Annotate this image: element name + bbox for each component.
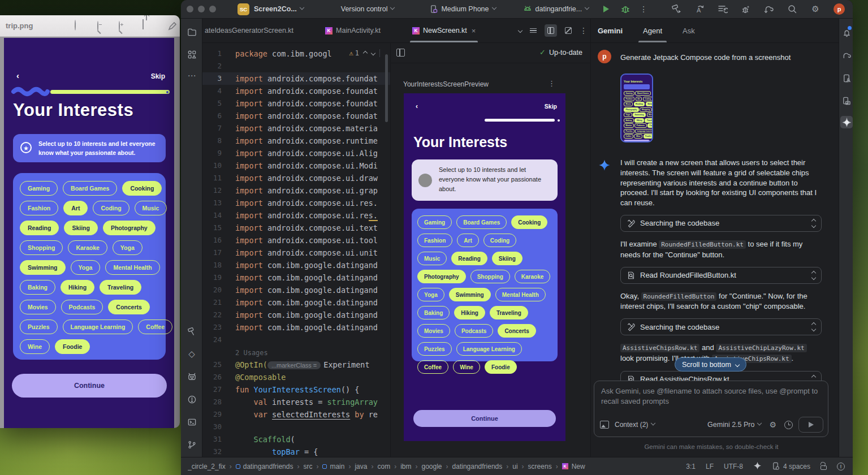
file-writable-icon[interactable] [821, 465, 827, 470]
interest-chip[interactable]: Coding [483, 234, 516, 247]
interest-chip[interactable]: Language Learning [63, 319, 133, 334]
interest-chip[interactable]: Hiking [61, 280, 94, 295]
history-icon[interactable] [784, 421, 793, 429]
next-problem-icon[interactable] [371, 51, 375, 55]
attach-image-icon[interactable] [600, 421, 609, 429]
gemini-settings-gear-icon[interactable]: ⚙ [769, 420, 776, 429]
dependencies-gem-icon[interactable]: ◇ [185, 348, 198, 360]
preview-layout-icon[interactable] [396, 49, 405, 57]
interest-chip[interactable]: Skiing [64, 221, 98, 235]
interest-chip[interactable]: Traveling [645, 118, 653, 123]
build-icon[interactable] [671, 4, 681, 14]
breadcrumb-item[interactable]: _circle_2_fix [188, 463, 226, 470]
interest-chip[interactable]: Baking [417, 306, 450, 319]
breadcrumb-item[interactable]: ui [512, 463, 517, 470]
interest-chip[interactable]: Fashion [624, 97, 634, 101]
interest-chip[interactable]: Board Games [456, 215, 507, 229]
interest-chip[interactable]: Reading [20, 221, 59, 235]
breadcrumb-item[interactable]: com [377, 463, 390, 470]
interest-chip[interactable]: Concerts [647, 123, 653, 128]
interest-chip[interactable]: Art [636, 97, 642, 101]
interest-chip[interactable]: Shopping [640, 107, 652, 112]
run-config-selector[interactable]: datingandfrie... [523, 5, 589, 13]
breadcrumb-item[interactable]: screens [528, 463, 552, 470]
interest-chip[interactable]: Photography [624, 107, 639, 112]
terminal-icon[interactable] [185, 416, 198, 428]
build-tool-icon[interactable] [185, 325, 198, 338]
interest-chip[interactable]: Coffee [624, 134, 633, 139]
run-button[interactable] [603, 6, 609, 12]
interest-chip[interactable]: Art [457, 234, 478, 247]
breadcrumb-item[interactable]: KNew [562, 463, 585, 470]
interest-chip[interactable]: Reading [451, 252, 487, 265]
expand-collapse-icon[interactable] [812, 323, 815, 331]
tool-call-box[interactable]: Read RoundedFilledButton.kt [620, 267, 822, 284]
interest-chip[interactable]: Board Games [635, 91, 651, 96]
device-manager-icon[interactable] [840, 72, 853, 84]
interest-chip[interactable]: Podcasts [634, 123, 646, 128]
interest-chip[interactable]: Foodie [644, 134, 653, 139]
markup-icon[interactable] [167, 21, 179, 32]
local-history-icon[interactable] [718, 4, 728, 14]
zoom-window-button[interactable] [209, 6, 216, 12]
interest-chip[interactable]: Concerts [498, 324, 536, 338]
tab-newscreen[interactable]: K NewScreen.kt × [407, 19, 481, 42]
interest-chip[interactable]: Puzzles [417, 342, 452, 356]
editor-options-icon[interactable]: ⋮ [580, 26, 588, 35]
resource-manager-icon[interactable] [185, 48, 198, 61]
breadcrumb-item[interactable]: datingandfriends [452, 463, 503, 470]
more-actions-icon[interactable]: ⋮ [640, 5, 647, 14]
interest-chip[interactable]: Yoga [624, 113, 632, 117]
profiler-icon[interactable] [741, 4, 751, 14]
interest-chip[interactable]: Shopping [470, 270, 510, 283]
interest-chip[interactable]: Wine [20, 339, 50, 354]
model-selector[interactable]: Gemini 2.5 Pro [707, 421, 761, 429]
interest-chip[interactable]: Cooking [652, 91, 653, 96]
interest-chip[interactable]: Movies [417, 324, 450, 338]
user-avatar[interactable]: p [834, 3, 845, 15]
problems-icon[interactable] [185, 393, 198, 405]
minimize-window-button[interactable] [198, 6, 205, 12]
interest-chip[interactable]: Baking [624, 118, 634, 123]
interest-chip[interactable]: Baking [20, 280, 55, 295]
breadcrumb-item[interactable]: src [303, 463, 312, 470]
attached-screenshot-thumbnail[interactable]: Your Interests GamingBoard GamesCookingF… [620, 74, 653, 142]
gemini-tool-icon[interactable] [840, 116, 853, 128]
interest-chip[interactable]: Foodie [55, 339, 90, 354]
interest-chip[interactable]: Reading [634, 102, 645, 106]
interest-chip[interactable]: Photography [417, 270, 466, 283]
editor-list-icon[interactable] [530, 27, 537, 34]
interest-chip[interactable]: Traveling [100, 280, 141, 295]
search-everywhere-icon[interactable] [787, 4, 797, 14]
interest-chip[interactable]: Music [135, 201, 167, 215]
interest-chip[interactable]: Gaming [417, 215, 452, 229]
interest-chip[interactable]: Puzzles [20, 319, 58, 334]
interest-chip[interactable]: Karaoke [68, 240, 107, 255]
interest-chip[interactable]: Photography [103, 221, 156, 235]
info-icon[interactable]: i [75, 20, 86, 32]
interest-chip[interactable]: Traveling [490, 306, 528, 319]
caret-position[interactable]: 3:1 [686, 463, 696, 470]
interest-chip[interactable]: Wine [453, 360, 480, 374]
gradle-icon[interactable] [840, 49, 853, 62]
interest-chip[interactable]: Movies [20, 300, 56, 314]
context-selector[interactable]: Context (2) [615, 421, 655, 429]
interest-chip[interactable]: Hiking [454, 306, 485, 319]
interest-chip[interactable]: Shopping [20, 240, 63, 255]
breadcrumb-item[interactable]: datingandfriends [236, 463, 293, 470]
interest-chip[interactable]: Art [63, 201, 88, 215]
interest-chip[interactable]: Mental Health [105, 260, 159, 275]
project-folder-icon[interactable] [185, 25, 198, 38]
code-editor[interactable]: 1package com.ibm.googl23import androidx.… [202, 43, 390, 457]
more-tool-windows-icon[interactable]: ⋯ [185, 70, 198, 82]
line-separator[interactable]: LF [706, 463, 714, 470]
interest-chip[interactable]: Karaoke [515, 270, 550, 283]
interest-chip[interactable]: Language Learning [635, 129, 653, 133]
tool-call-box[interactable]: Searching the codebase [620, 215, 822, 232]
interest-chip[interactable]: Coffee [138, 319, 172, 334]
breadcrumb-item[interactable]: google [421, 463, 442, 470]
project-selector[interactable]: SC Screen2Co... [237, 3, 304, 15]
device-selector[interactable]: Medium Phone [429, 5, 495, 14]
prev-problem-icon[interactable] [363, 51, 368, 55]
split-editor-icon[interactable] [545, 24, 557, 37]
